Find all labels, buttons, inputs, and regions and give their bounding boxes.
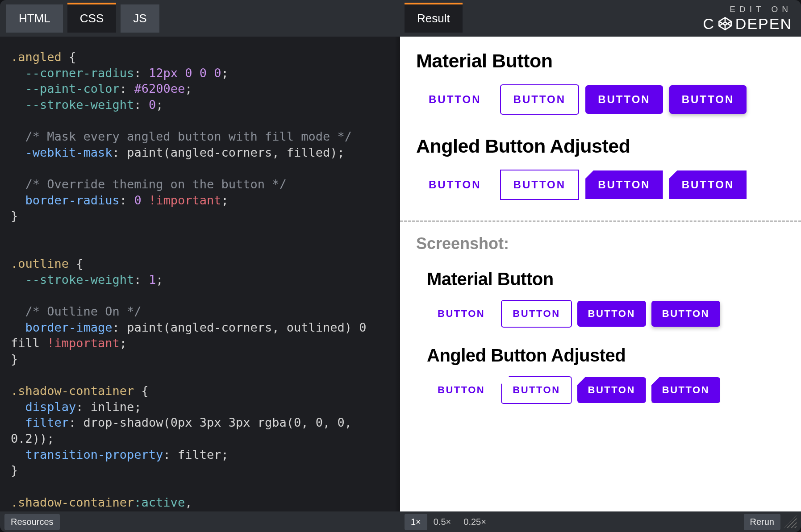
zoom-05x[interactable]: 0.5× — [427, 514, 457, 530]
edit-on-label: EDIT ON — [703, 4, 792, 14]
tab-css[interactable]: CSS — [67, 4, 116, 33]
codepen-brand[interactable]: EDIT ON C DEPEN — [703, 4, 792, 33]
ss-heading-material-button: Material Button — [427, 269, 785, 289]
result-preview: Material Button BUTTON BUTTON BUTTON BUT… — [400, 37, 801, 511]
code-content[interactable]: .angled { --corner-radius: 12px 0 0 0; -… — [11, 49, 389, 510]
ss-angled-filled-button[interactable]: BUTTON — [577, 377, 646, 403]
angled-raised-button[interactable]: BUTTON — [669, 170, 747, 199]
angled-filled-button[interactable]: BUTTON — [585, 170, 663, 199]
heading-material-button: Material Button — [416, 50, 785, 72]
rerun-button[interactable]: Rerun — [744, 514, 780, 530]
ss-angled-text-button[interactable]: BUTTON — [427, 377, 496, 403]
top-toolbar: HTML CSS JS Result EDIT ON C DEPEN — [0, 0, 801, 37]
ss-material-text-button[interactable]: BUTTON — [427, 301, 496, 327]
material-text-button[interactable]: BUTTON — [416, 85, 494, 114]
zoom-1x[interactable]: 1× — [405, 514, 427, 530]
screenshot-divider — [400, 220, 801, 222]
ss-material-raised-button[interactable]: BUTTON — [651, 301, 720, 327]
tab-js[interactable]: JS — [121, 4, 159, 33]
angled-text-button[interactable]: BUTTON — [416, 170, 494, 199]
codepen-icon — [718, 16, 733, 31]
bottom-toolbar: Resources 1× 0.5× 0.25× Rerun — [0, 511, 801, 532]
css-editor[interactable]: .angled { --corner-radius: 12px 0 0 0; -… — [0, 37, 400, 511]
heading-angled-button: Angled Button Adjusted — [416, 135, 785, 157]
editor-tabs: HTML CSS JS — [6, 4, 159, 33]
screenshot-block: Material Button BUTTON BUTTON BUTTON BUT… — [416, 269, 785, 404]
resources-button[interactable]: Resources — [4, 514, 60, 530]
resize-grip-icon[interactable] — [784, 515, 797, 528]
ss-heading-angled-button: Angled Button Adjusted — [427, 345, 785, 366]
angled-outlined-button[interactable]: BUTTON — [500, 170, 580, 200]
angled-button-row: BUTTON BUTTON BUTTON BUTTON — [416, 170, 785, 200]
ss-angled-outlined-button[interactable]: BUTTON — [501, 376, 572, 404]
zoom-025x[interactable]: 0.25× — [457, 514, 492, 530]
material-outlined-button[interactable]: BUTTON — [500, 84, 580, 115]
ss-material-outlined-button[interactable]: BUTTON — [501, 300, 572, 328]
ss-material-filled-button[interactable]: BUTTON — [577, 301, 646, 327]
material-button-row: BUTTON BUTTON BUTTON BUTTON — [416, 84, 785, 115]
ss-angled-raised-button[interactable]: BUTTON — [651, 377, 720, 403]
ss-material-button-row: BUTTON BUTTON BUTTON BUTTON — [427, 300, 785, 328]
tab-html[interactable]: HTML — [6, 4, 63, 33]
material-filled-button[interactable]: BUTTON — [585, 85, 663, 114]
main-split: .angled { --corner-radius: 12px 0 0 0; -… — [0, 37, 801, 511]
ss-angled-button-row: BUTTON BUTTON BUTTON BUTTON — [427, 376, 785, 404]
codepen-logo: C DEPEN — [703, 15, 792, 33]
tab-result[interactable]: Result — [405, 4, 463, 33]
screenshot-label: Screenshot: — [416, 234, 785, 253]
zoom-controls: 1× 0.5× 0.25× — [405, 514, 492, 530]
material-raised-button[interactable]: BUTTON — [669, 85, 747, 114]
